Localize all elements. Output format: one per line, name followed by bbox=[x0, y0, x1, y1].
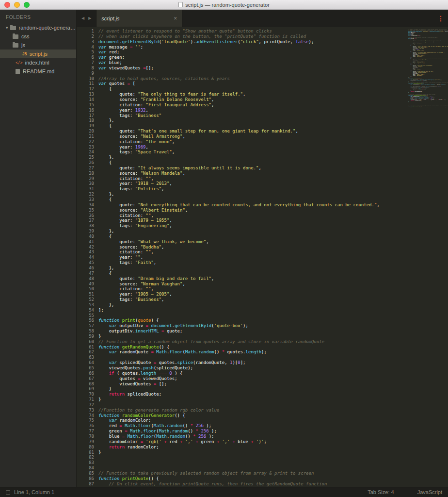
code-line[interactable]: 64 var splicedQuote = quotes.splice(rand… bbox=[77, 360, 407, 365]
code-line[interactable]: 52 tags: "Business", bbox=[77, 297, 407, 302]
line-number[interactable]: 6 bbox=[77, 55, 94, 60]
code-line[interactable]: 85// Function to take previously selecte… bbox=[77, 471, 407, 476]
line-number[interactable]: 45 bbox=[77, 260, 94, 265]
line-number[interactable]: 81 bbox=[77, 450, 94, 455]
code-line[interactable]: 73//Function to genereate random rgb col… bbox=[77, 408, 407, 413]
code-line[interactable]: 78 blue = Math.floor(Math.random() * 256… bbox=[77, 434, 407, 439]
line-number[interactable]: 39 bbox=[77, 229, 94, 234]
code-line[interactable]: 75 var randomColor; bbox=[77, 418, 407, 423]
code-line[interactable]: 57 var outputDiv = document.getElementBy… bbox=[77, 323, 407, 329]
line-number[interactable]: 24 bbox=[77, 149, 94, 155]
line-number[interactable]: 86 bbox=[77, 476, 94, 481]
line-number[interactable]: 74 bbox=[77, 413, 94, 418]
line-number[interactable]: 47 bbox=[77, 271, 94, 276]
code-line[interactable]: 86function printQuote() { bbox=[77, 476, 407, 481]
line-number[interactable]: 82 bbox=[77, 455, 94, 460]
code-line[interactable]: 83 bbox=[77, 460, 407, 465]
line-number[interactable]: 61 bbox=[77, 345, 94, 350]
code-line[interactable]: 4var message = ''; bbox=[77, 45, 407, 50]
line-number[interactable]: 49 bbox=[77, 282, 94, 287]
line-number[interactable]: 25 bbox=[77, 155, 94, 160]
line-number[interactable]: 14 bbox=[77, 97, 94, 102]
code-line[interactable]: 48 quote: "Dream big and dare to fail", bbox=[77, 276, 407, 282]
line-number[interactable]: 70 bbox=[77, 392, 94, 397]
code-line[interactable]: 67 quotes = viewedQuotes; bbox=[77, 376, 407, 381]
code-line[interactable]: 39 }, bbox=[77, 229, 407, 234]
line-number[interactable]: 77 bbox=[77, 429, 94, 434]
code-line[interactable]: 24 tags: "Space Travel", bbox=[77, 149, 407, 155]
code-line[interactable]: 68 viewedQuotes = []; bbox=[77, 381, 407, 387]
code-line[interactable]: 61function getRandomQuote() { bbox=[77, 345, 407, 350]
forward-arrow-icon[interactable]: ▶ bbox=[88, 16, 91, 20]
code-line[interactable]: 59} bbox=[77, 334, 407, 339]
line-number[interactable]: 2 bbox=[77, 34, 94, 39]
line-number[interactable]: 51 bbox=[77, 292, 94, 297]
line-number[interactable]: 55 bbox=[77, 313, 94, 318]
code-lines[interactable]: 1// event listener to respond to "Show a… bbox=[77, 29, 407, 487]
code-line[interactable]: 80 return randomColor; bbox=[77, 445, 407, 450]
code-line[interactable]: 27 quote: "It always seems impossible un… bbox=[77, 166, 407, 171]
code-line[interactable]: 66 if ( quotes.length === 0 ) { bbox=[77, 371, 407, 376]
code-line[interactable]: 62 var randomQuote = Math.floor(Math.ran… bbox=[77, 349, 407, 355]
code-line[interactable]: 46 }, bbox=[77, 265, 407, 271]
line-number[interactable]: 80 bbox=[77, 445, 94, 450]
line-number[interactable]: 64 bbox=[77, 360, 94, 365]
line-number[interactable]: 16 bbox=[77, 108, 94, 113]
line-number[interactable]: 50 bbox=[77, 286, 94, 292]
code-line[interactable]: 29 citation: "", bbox=[77, 176, 407, 182]
code-line[interactable]: 32 }, bbox=[77, 192, 407, 197]
line-number[interactable]: 37 bbox=[77, 218, 94, 223]
code-line[interactable]: 36 citation: "", bbox=[77, 213, 407, 218]
code-line[interactable]: 5var red; bbox=[77, 50, 407, 55]
code-line[interactable]: 10//Array to hold quotes, sources, citai… bbox=[77, 76, 407, 82]
sidebar-item-js[interactable]: js bbox=[0, 41, 76, 50]
code-line[interactable]: 72 bbox=[77, 402, 407, 408]
code-line[interactable]: 47 { bbox=[77, 271, 407, 276]
code-line[interactable]: 7var blue; bbox=[77, 60, 407, 66]
line-number[interactable]: 4 bbox=[77, 45, 94, 50]
line-number[interactable]: 40 bbox=[77, 234, 94, 239]
code-line[interactable]: 8var viewedQuotes =[]; bbox=[77, 66, 407, 71]
code-line[interactable]: 34 quote: "Not everything that can be co… bbox=[77, 202, 407, 208]
code-line[interactable]: 74function randomColorGenerator() { bbox=[77, 413, 407, 418]
code-line[interactable]: 18 }, bbox=[77, 118, 407, 123]
code-line[interactable]: 22 citation: "The moon", bbox=[77, 139, 407, 145]
code-line[interactable]: 84 bbox=[77, 465, 407, 471]
line-number[interactable]: 8 bbox=[77, 66, 94, 71]
line-number[interactable]: 10 bbox=[77, 76, 94, 82]
code-line[interactable]: 12 { bbox=[77, 86, 407, 92]
code-line[interactable]: 76 red = Math.floor(Math.random() * 256 … bbox=[77, 423, 407, 429]
code-line[interactable]: 87 // On click event, function printQuot… bbox=[77, 481, 407, 487]
code-line[interactable]: 30 year: "1918 – 2013", bbox=[77, 181, 407, 186]
line-number[interactable]: 22 bbox=[77, 139, 94, 145]
tab-close-icon[interactable]: × bbox=[174, 16, 177, 21]
code-line[interactable]: 23 year: 1969, bbox=[77, 145, 407, 150]
code-line[interactable]: 28 source: "Nelson Mandela", bbox=[77, 171, 407, 176]
code-line[interactable]: 58 outputDiv.innerHTML = quote; bbox=[77, 329, 407, 334]
code-line[interactable]: 53 }, bbox=[77, 302, 407, 308]
code-line[interactable]: 56function print(quote) { bbox=[77, 318, 407, 323]
line-number[interactable]: 63 bbox=[77, 355, 94, 360]
line-number[interactable]: 46 bbox=[77, 265, 94, 271]
code-line[interactable]: 54]; bbox=[77, 308, 407, 313]
code-line[interactable]: 51 year: "1905 – 2005", bbox=[77, 292, 407, 297]
code-line[interactable]: 2// when user clicks anywhere on the but… bbox=[77, 34, 407, 39]
code-line[interactable]: 3document.getElementById('loadQuote').ad… bbox=[77, 39, 407, 45]
line-number[interactable]: 28 bbox=[77, 171, 94, 176]
line-number[interactable]: 71 bbox=[77, 397, 94, 402]
code-line[interactable]: 37 year: "1879 – 1955", bbox=[77, 218, 407, 223]
code-line[interactable]: 6var green; bbox=[77, 55, 407, 60]
code-line[interactable]: 42 source: "Buddha", bbox=[77, 245, 407, 250]
code-line[interactable]: 79 randomColor = 'rgb(' + red + ',' + gr… bbox=[77, 439, 407, 445]
line-number[interactable]: 58 bbox=[77, 329, 94, 334]
code-line[interactable]: 11var quotes = [ bbox=[77, 81, 407, 86]
line-number[interactable]: 67 bbox=[77, 376, 94, 381]
tab-script-js[interactable]: script.js × bbox=[96, 10, 182, 27]
code-line[interactable]: 50 citation: "", bbox=[77, 286, 407, 292]
code-line[interactable]: 21 source: "Neil Armstrong", bbox=[77, 134, 407, 139]
line-number[interactable]: 5 bbox=[77, 50, 94, 55]
line-number[interactable]: 42 bbox=[77, 245, 94, 250]
code-line[interactable]: 31 tags: "Politics", bbox=[77, 186, 407, 192]
line-number[interactable]: 7 bbox=[77, 60, 94, 66]
line-number[interactable]: 23 bbox=[77, 145, 94, 150]
